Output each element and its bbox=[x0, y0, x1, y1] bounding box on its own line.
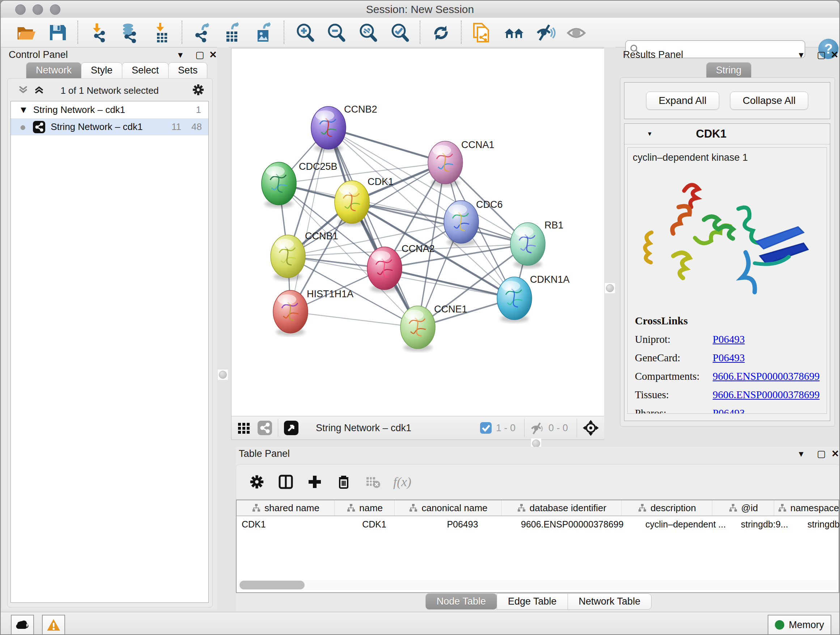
birdseye-view-icon[interactable] bbox=[283, 420, 299, 436]
warnings-button[interactable] bbox=[42, 615, 65, 635]
cell-description[interactable]: cyclin–dependent ... bbox=[640, 516, 736, 532]
disclosure-triangle-icon[interactable]: ▼ bbox=[19, 104, 28, 116]
import-network-database-icon[interactable] bbox=[118, 22, 140, 43]
vertical-splitter-right[interactable] bbox=[604, 47, 616, 440]
export-table-icon[interactable] bbox=[222, 22, 243, 43]
edge-HIST1H1A-CCNE1[interactable] bbox=[291, 312, 418, 327]
tab-edge-table[interactable]: Edge Table bbox=[497, 593, 568, 610]
function-builder-icon: f(x) bbox=[393, 474, 411, 489]
tab-style[interactable]: Style bbox=[81, 62, 122, 79]
column-header-name[interactable]: name bbox=[335, 500, 395, 516]
close-window-button[interactable] bbox=[15, 4, 26, 15]
import-network-file-icon[interactable] bbox=[88, 22, 109, 43]
network-share-gray-icon[interactable] bbox=[257, 420, 273, 436]
cell-namespace[interactable]: stringdb bbox=[802, 516, 840, 532]
network-collection-row[interactable]: ▼ String Network – cdk1 1 bbox=[11, 101, 208, 119]
crosslink-uniprot-link[interactable]: P06493 bbox=[713, 333, 745, 345]
zoom-fit-icon[interactable] bbox=[357, 22, 378, 43]
show-columns-icon[interactable] bbox=[278, 473, 294, 490]
cell-databaseidentifier[interactable]: 9606.ENSP00000378699 bbox=[516, 516, 640, 532]
node-CCNE1[interactable]: CCNE1 bbox=[401, 304, 467, 352]
node-CCNB2[interactable]: CCNB2 bbox=[311, 104, 377, 152]
save-session-icon[interactable] bbox=[47, 22, 68, 43]
column-header-databaseidentifier[interactable]: database identifier bbox=[502, 500, 622, 516]
results-panel-close-icon[interactable]: ✕ bbox=[831, 49, 838, 60]
edge-CCNB2-HIST1H1A[interactable] bbox=[291, 128, 328, 312]
table-panel-close-icon[interactable]: ✕ bbox=[831, 448, 839, 459]
cell-name[interactable]: CDK1 bbox=[339, 516, 404, 532]
results-panel-collapse-icon[interactable]: ▾ bbox=[799, 49, 804, 60]
node-CCNA1[interactable]: CCNA1 bbox=[428, 139, 494, 187]
memory-button[interactable]: Memory bbox=[767, 615, 831, 635]
crosslink-compartments-link[interactable]: 9606.ENSP00000378699 bbox=[713, 371, 820, 382]
column-header-sharedname[interactable]: shared name bbox=[237, 500, 335, 516]
refresh-icon[interactable] bbox=[431, 22, 452, 43]
protein-structure-image bbox=[630, 165, 825, 310]
table-panel-float-icon[interactable]: ▢ bbox=[817, 448, 826, 459]
node-CDKN1A[interactable]: CDKN1A bbox=[497, 274, 570, 323]
hide-selected-eye-icon[interactable] bbox=[535, 22, 556, 43]
collapse-all-button[interactable]: Collapse All bbox=[730, 92, 808, 110]
node-label-CCNB1: CCNB1 bbox=[305, 231, 338, 241]
zoom-window-button[interactable] bbox=[50, 4, 60, 15]
column-header-description[interactable]: description bbox=[622, 500, 712, 516]
tab-sets[interactable]: Sets bbox=[168, 62, 207, 79]
results-panel-float-icon[interactable]: ▢ bbox=[817, 49, 826, 60]
column-type-icon bbox=[638, 503, 647, 513]
vertical-splitter-left[interactable] bbox=[217, 47, 229, 610]
zoom-selected-icon[interactable] bbox=[389, 22, 410, 43]
zoom-in-icon[interactable] bbox=[294, 22, 316, 43]
column-header-id[interactable]: @id bbox=[712, 500, 774, 516]
edge-CCNA2-CDKN1A[interactable] bbox=[385, 268, 515, 298]
cell-canonicalname[interactable]: P06493 bbox=[404, 516, 516, 532]
cell-sharedname[interactable]: CDK1 bbox=[237, 516, 339, 532]
gene-disclosure-triangle-icon[interactable]: ▼ bbox=[647, 131, 653, 137]
export-image-icon[interactable] bbox=[253, 22, 274, 43]
fit-content-crosshair-icon[interactable] bbox=[582, 419, 600, 437]
grid-view-icon[interactable] bbox=[236, 420, 252, 436]
show-all-networks-icon[interactable] bbox=[504, 22, 524, 43]
table-row[interactable]: CDK1CDK1P064939606.ENSP00000378699cyclin… bbox=[237, 516, 838, 532]
node-label-CCNB2: CCNB2 bbox=[344, 104, 377, 115]
minimize-window-button[interactable] bbox=[33, 4, 43, 15]
zoom-out-icon[interactable] bbox=[325, 22, 347, 43]
expand-all-button[interactable]: Expand All bbox=[646, 92, 719, 110]
tab-network-table[interactable]: Network Table bbox=[568, 593, 652, 610]
node-CCNB1[interactable]: CCNB1 bbox=[271, 231, 338, 280]
crosslink-tissues-link[interactable]: 9606.ENSP00000378699 bbox=[713, 389, 820, 401]
node-CDC25B[interactable]: CDC25B bbox=[262, 161, 338, 208]
network-canvas[interactable]: CCNB2CCNA1CDC25BCDK1CDC6RB1CCNB1CCNA2HIS… bbox=[231, 48, 605, 416]
import-table-icon[interactable] bbox=[151, 22, 172, 43]
table-gear-icon[interactable] bbox=[248, 473, 265, 490]
cloud-button[interactable] bbox=[11, 615, 34, 635]
add-column-icon[interactable] bbox=[306, 473, 323, 490]
delete-trash-icon[interactable] bbox=[335, 473, 352, 490]
clone-network-icon[interactable] bbox=[471, 22, 492, 43]
column-header-canonicalname[interactable]: canonical name bbox=[395, 500, 502, 516]
crosslink-genecard-link[interactable]: P06493 bbox=[713, 352, 745, 364]
table-panel-collapse-icon[interactable]: ▾ bbox=[799, 448, 804, 459]
export-network-icon[interactable] bbox=[192, 22, 213, 43]
scrollbar-thumb[interactable] bbox=[240, 581, 305, 589]
control-panel-float-icon[interactable]: ▢ bbox=[195, 49, 204, 60]
column-type-icon bbox=[251, 503, 261, 513]
crosslink-pharos-link[interactable]: P06493 bbox=[713, 407, 745, 414]
gear-icon[interactable] bbox=[191, 83, 205, 97]
tab-select[interactable]: Select bbox=[122, 62, 169, 79]
cell-id[interactable]: stringdb:9... bbox=[736, 516, 802, 532]
string-network-graph[interactable]: CCNB2CCNA1CDC25BCDK1CDC6RB1CCNB1CCNA2HIS… bbox=[232, 49, 605, 416]
open-session-icon[interactable] bbox=[16, 22, 37, 43]
node-HIST1H1A[interactable]: HIST1H1A bbox=[273, 288, 354, 336]
tab-node-table[interactable]: Node Table bbox=[425, 593, 497, 610]
tab-network[interactable]: Network bbox=[26, 62, 81, 79]
selected-checkbox-icon[interactable] bbox=[479, 421, 493, 434]
node-RB1[interactable]: RB1 bbox=[510, 220, 564, 268]
column-header-namespace[interactable]: namespace bbox=[774, 500, 840, 516]
horizontal-splitter[interactable] bbox=[236, 440, 840, 447]
edge-CCNB2-CCNA1[interactable] bbox=[328, 128, 445, 163]
control-panel-collapse-icon[interactable]: ▾ bbox=[178, 49, 183, 60]
table-horizontal-scrollbar[interactable] bbox=[238, 580, 837, 590]
control-panel-close-icon[interactable]: ✕ bbox=[209, 49, 217, 60]
network-row[interactable]: ● String Network – cdk1 11 48 bbox=[11, 119, 208, 135]
tab-string[interactable]: String bbox=[706, 62, 752, 79]
